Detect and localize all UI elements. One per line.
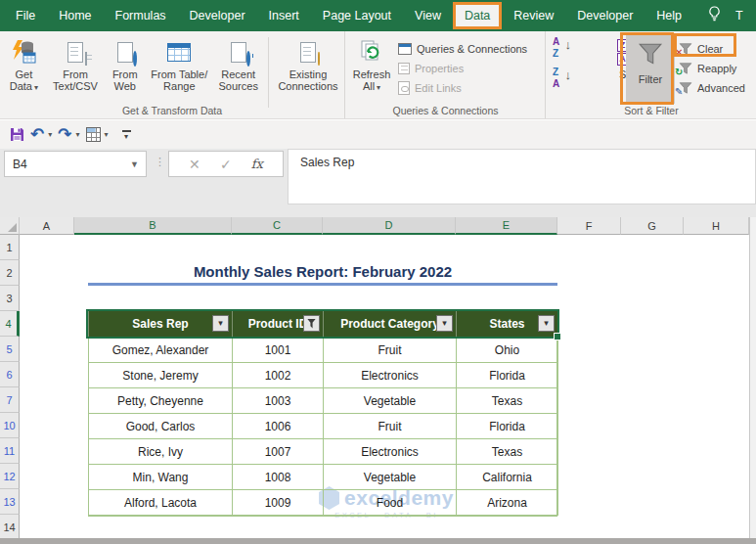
table-header-cell[interactable]: Product Category [323,311,456,337]
ribbon-tab[interactable]: Help [645,3,693,28]
from-text-csv-button[interactable]: From Text/CSV [48,34,104,94]
cell-product-category[interactable]: Fruit [324,414,457,439]
cell-product-id[interactable]: 1009 [233,490,324,516]
cell-state[interactable]: Florida [457,363,558,388]
cell-state[interactable]: California [457,465,558,490]
row-header[interactable]: 1 [0,235,20,260]
filter-dropdown-button[interactable] [303,315,320,332]
column-header[interactable]: E [456,217,557,235]
column-header[interactable]: H [684,217,749,235]
recent-sources-button[interactable]: Recent Sources [211,34,265,94]
select-all-corner[interactable] [0,217,20,235]
ribbon-tab[interactable]: Developer [565,3,645,28]
cell-product-category[interactable]: Fruit [324,338,457,363]
cell-product-category[interactable]: Electronics [324,439,457,465]
cell-product-category[interactable]: Vegetable [324,388,457,414]
ribbon-tab[interactable]: Data [453,2,502,29]
row-header[interactable]: 4 [0,311,20,337]
table-format-button[interactable]: ▾ [86,127,109,142]
cell-sales-rep[interactable]: Min, Wang [89,465,233,490]
row-header[interactable]: 14 [0,515,20,540]
save-button[interactable] [10,127,24,142]
clear-filter-button[interactable]: ✕ Clear [679,39,745,59]
column-header[interactable]: C [232,217,323,235]
cell-state[interactable]: Arizona [457,490,558,516]
cell-product-category[interactable]: Food [324,490,457,516]
table-header-cell[interactable]: Sales Rep [88,311,232,337]
ribbon-tab[interactable]: File [4,3,47,28]
ribbon-tab[interactable]: Insert [257,3,311,28]
cell-product-id[interactable]: 1008 [233,465,324,490]
cell-product-id[interactable]: 1003 [233,388,324,414]
table-header-cell[interactable]: States [456,311,557,337]
cell-product-id[interactable]: 1002 [233,363,324,388]
column-header[interactable]: D [323,217,456,235]
cell-product-id[interactable]: 1007 [233,439,324,465]
dropdown-caret[interactable]: ▾ [76,130,80,139]
ribbon-tab[interactable]: Review [502,3,565,28]
cell-sales-rep[interactable]: Stone, Jeremy [89,363,233,388]
cell-product-category[interactable]: Electronics [324,363,457,388]
filter-dropdown-button[interactable] [538,315,555,332]
dropdown-caret[interactable]: ▾ [48,130,52,139]
cell-state[interactable]: Texas [457,439,558,465]
advanced-filter-button[interactable]: ✎ Advanced [679,78,745,98]
existing-connections-button[interactable]: Existing Connections [272,34,344,94]
cancel-icon[interactable]: ✕ [189,157,200,172]
column-header[interactable]: G [621,217,684,235]
row-header[interactable]: 5 [0,337,20,362]
cell-product-id[interactable]: 1006 [233,414,324,439]
reapply-filter-button[interactable]: ↻ Reapply [679,59,745,78]
cell-sales-rep[interactable]: Good, Carlos [89,414,233,439]
column-header[interactable]: A [20,217,74,235]
properties-button[interactable]: Properties [398,59,527,78]
ribbon-tab[interactable]: Formulas [104,3,178,28]
ribbon-tab[interactable]: View [403,3,453,28]
cell-sales-rep[interactable]: Alford, Lacota [89,490,233,516]
filter-button[interactable]: Filter [626,35,675,104]
row-header[interactable]: 3 [0,286,20,311]
filter-dropdown-button[interactable] [436,315,453,332]
filter-dropdown-button[interactable] [212,315,229,332]
from-table-range-button[interactable]: From Table/ Range [147,34,211,94]
get-data-button[interactable]: Get Data▾ [0,34,48,96]
dropdown-caret[interactable]: ▾ [105,130,109,139]
row-header[interactable]: 12 [0,464,20,489]
row-header[interactable]: 2 [0,260,20,286]
redo-button[interactable]: ↷▾ [58,127,79,143]
queries-connections-button[interactable]: Queries & Connections [398,39,527,59]
vertical-scrollbar[interactable] [749,217,756,544]
row-header[interactable]: 10 [0,413,20,438]
row-header[interactable]: 7 [0,387,20,413]
ribbon-tab[interactable]: Page Layout [311,3,403,28]
cell-sales-rep[interactable]: Gomez, Alexander [89,338,233,363]
name-box-caret[interactable]: ▼ [130,159,146,169]
lightbulb-icon[interactable] [707,6,722,25]
cell-state[interactable]: Texas [457,388,558,414]
row-header[interactable]: 11 [0,438,20,464]
column-header[interactable]: B [74,217,232,235]
edit-links-button[interactable]: Edit Links [398,78,527,98]
sort-za-icon[interactable]: ZA↓ [552,68,571,89]
row-header[interactable]: 6 [0,362,20,387]
ribbon-tab[interactable]: Developer [178,3,257,28]
customize-qat-button[interactable]: ▾ [122,130,131,139]
insert-function-button[interactable]: fx [251,157,263,171]
ribbon-tab[interactable]: Home [47,3,103,28]
from-web-button[interactable]: From Web [103,34,147,94]
row-header[interactable]: 13 [0,489,20,515]
cell-state[interactable]: Ohio [457,338,558,363]
table-header-cell[interactable]: Product ID [232,311,323,337]
cell-product-id[interactable]: 1001 [233,338,324,363]
column-header[interactable]: F [557,217,621,235]
cell-product-category[interactable]: Vegetable [324,465,457,490]
enter-icon[interactable]: ✓ [220,157,232,172]
formula-bar[interactable]: Sales Rep [288,149,756,204]
undo-button[interactable]: ↶▾ [30,127,52,143]
cell-sales-rep[interactable]: Petty, Cheyenne [89,388,233,414]
tell-me-hint[interactable]: T [735,9,743,23]
sort-az-icon[interactable]: AZ↓ [552,37,571,59]
report-title-cell[interactable]: Monthly Sales Report: February 2022 [88,261,557,286]
name-box[interactable]: B4 ▼ [4,151,147,177]
cell-state[interactable]: Florida [457,414,558,439]
